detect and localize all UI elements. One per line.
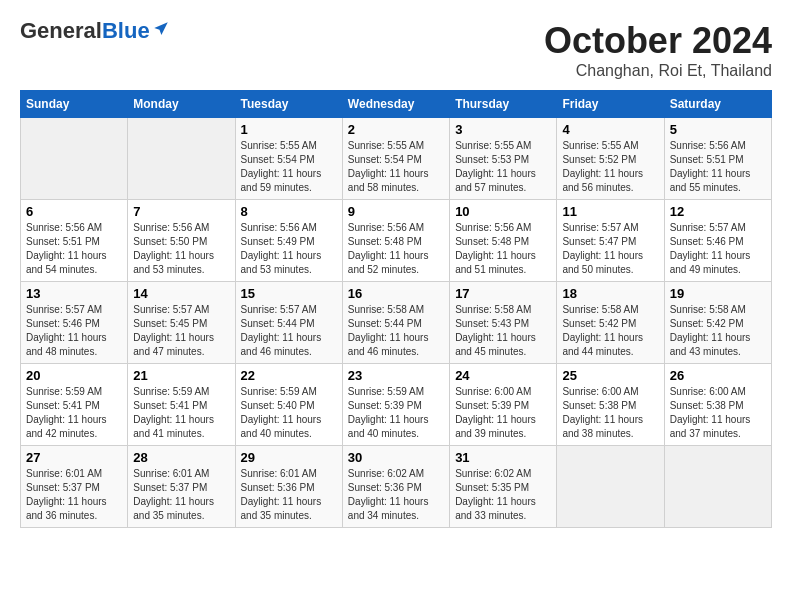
calendar-week-row: 1Sunrise: 5:55 AMSunset: 5:54 PMDaylight…: [21, 118, 772, 200]
cell-info: Sunrise: 5:57 AMSunset: 5:45 PMDaylight:…: [133, 303, 229, 359]
cell-info: Sunrise: 6:01 AMSunset: 5:36 PMDaylight:…: [241, 467, 337, 523]
calendar-week-row: 27Sunrise: 6:01 AMSunset: 5:37 PMDayligh…: [21, 446, 772, 528]
calendar-cell: 18Sunrise: 5:58 AMSunset: 5:42 PMDayligh…: [557, 282, 664, 364]
calendar-cell: 21Sunrise: 5:59 AMSunset: 5:41 PMDayligh…: [128, 364, 235, 446]
calendar-cell: 19Sunrise: 5:58 AMSunset: 5:42 PMDayligh…: [664, 282, 771, 364]
cell-info: Sunrise: 5:56 AMSunset: 5:49 PMDaylight:…: [241, 221, 337, 277]
calendar-cell: 16Sunrise: 5:58 AMSunset: 5:44 PMDayligh…: [342, 282, 449, 364]
cell-info: Sunrise: 5:56 AMSunset: 5:51 PMDaylight:…: [26, 221, 122, 277]
cell-info: Sunrise: 5:57 AMSunset: 5:44 PMDaylight:…: [241, 303, 337, 359]
calendar-cell: [21, 118, 128, 200]
calendar-cell: 12Sunrise: 5:57 AMSunset: 5:46 PMDayligh…: [664, 200, 771, 282]
cell-info: Sunrise: 5:55 AMSunset: 5:54 PMDaylight:…: [348, 139, 444, 195]
cell-info: Sunrise: 5:59 AMSunset: 5:39 PMDaylight:…: [348, 385, 444, 441]
calendar-cell: 10Sunrise: 5:56 AMSunset: 5:48 PMDayligh…: [450, 200, 557, 282]
day-number: 25: [562, 368, 658, 383]
calendar-cell: 17Sunrise: 5:58 AMSunset: 5:43 PMDayligh…: [450, 282, 557, 364]
cell-info: Sunrise: 6:02 AMSunset: 5:35 PMDaylight:…: [455, 467, 551, 523]
day-number: 2: [348, 122, 444, 137]
cell-info: Sunrise: 5:58 AMSunset: 5:44 PMDaylight:…: [348, 303, 444, 359]
logo: GeneralBlue: [20, 20, 170, 42]
calendar-cell: 5Sunrise: 5:56 AMSunset: 5:51 PMDaylight…: [664, 118, 771, 200]
cell-info: Sunrise: 5:55 AMSunset: 5:54 PMDaylight:…: [241, 139, 337, 195]
title-block: October 2024 Changhan, Roi Et, Thailand: [544, 20, 772, 80]
day-number: 15: [241, 286, 337, 301]
day-number: 19: [670, 286, 766, 301]
weekday-header: Monday: [128, 91, 235, 118]
day-number: 24: [455, 368, 551, 383]
day-number: 23: [348, 368, 444, 383]
calendar-cell: 30Sunrise: 6:02 AMSunset: 5:36 PMDayligh…: [342, 446, 449, 528]
calendar-cell: 2Sunrise: 5:55 AMSunset: 5:54 PMDaylight…: [342, 118, 449, 200]
cell-info: Sunrise: 6:00 AMSunset: 5:38 PMDaylight:…: [670, 385, 766, 441]
cell-info: Sunrise: 5:58 AMSunset: 5:42 PMDaylight:…: [562, 303, 658, 359]
calendar-cell: 27Sunrise: 6:01 AMSunset: 5:37 PMDayligh…: [21, 446, 128, 528]
day-number: 10: [455, 204, 551, 219]
calendar-cell: 15Sunrise: 5:57 AMSunset: 5:44 PMDayligh…: [235, 282, 342, 364]
logo-bird-icon: [152, 20, 170, 38]
weekday-header: Friday: [557, 91, 664, 118]
calendar-cell: 8Sunrise: 5:56 AMSunset: 5:49 PMDaylight…: [235, 200, 342, 282]
cell-info: Sunrise: 5:56 AMSunset: 5:48 PMDaylight:…: [455, 221, 551, 277]
calendar-cell: 31Sunrise: 6:02 AMSunset: 5:35 PMDayligh…: [450, 446, 557, 528]
calendar-table: SundayMondayTuesdayWednesdayThursdayFrid…: [20, 90, 772, 528]
day-number: 16: [348, 286, 444, 301]
calendar-cell: 26Sunrise: 6:00 AMSunset: 5:38 PMDayligh…: [664, 364, 771, 446]
month-title: October 2024: [544, 20, 772, 62]
cell-info: Sunrise: 6:00 AMSunset: 5:38 PMDaylight:…: [562, 385, 658, 441]
day-number: 11: [562, 204, 658, 219]
calendar-cell: 4Sunrise: 5:55 AMSunset: 5:52 PMDaylight…: [557, 118, 664, 200]
calendar-cell: 28Sunrise: 6:01 AMSunset: 5:37 PMDayligh…: [128, 446, 235, 528]
calendar-week-row: 20Sunrise: 5:59 AMSunset: 5:41 PMDayligh…: [21, 364, 772, 446]
calendar-cell: 23Sunrise: 5:59 AMSunset: 5:39 PMDayligh…: [342, 364, 449, 446]
day-number: 27: [26, 450, 122, 465]
cell-info: Sunrise: 5:56 AMSunset: 5:48 PMDaylight:…: [348, 221, 444, 277]
cell-info: Sunrise: 5:56 AMSunset: 5:50 PMDaylight:…: [133, 221, 229, 277]
day-number: 14: [133, 286, 229, 301]
cell-info: Sunrise: 5:58 AMSunset: 5:43 PMDaylight:…: [455, 303, 551, 359]
cell-info: Sunrise: 5:56 AMSunset: 5:51 PMDaylight:…: [670, 139, 766, 195]
location: Changhan, Roi Et, Thailand: [544, 62, 772, 80]
calendar-cell: [557, 446, 664, 528]
calendar-week-row: 13Sunrise: 5:57 AMSunset: 5:46 PMDayligh…: [21, 282, 772, 364]
cell-info: Sunrise: 5:57 AMSunset: 5:47 PMDaylight:…: [562, 221, 658, 277]
weekday-header: Sunday: [21, 91, 128, 118]
day-number: 28: [133, 450, 229, 465]
cell-info: Sunrise: 5:55 AMSunset: 5:53 PMDaylight:…: [455, 139, 551, 195]
day-number: 29: [241, 450, 337, 465]
calendar-cell: 3Sunrise: 5:55 AMSunset: 5:53 PMDaylight…: [450, 118, 557, 200]
calendar-cell: 20Sunrise: 5:59 AMSunset: 5:41 PMDayligh…: [21, 364, 128, 446]
day-number: 7: [133, 204, 229, 219]
day-number: 31: [455, 450, 551, 465]
calendar-cell: 14Sunrise: 5:57 AMSunset: 5:45 PMDayligh…: [128, 282, 235, 364]
calendar-cell: 13Sunrise: 5:57 AMSunset: 5:46 PMDayligh…: [21, 282, 128, 364]
calendar-cell: 24Sunrise: 6:00 AMSunset: 5:39 PMDayligh…: [450, 364, 557, 446]
calendar-header: SundayMondayTuesdayWednesdayThursdayFrid…: [21, 91, 772, 118]
day-number: 6: [26, 204, 122, 219]
day-number: 13: [26, 286, 122, 301]
day-number: 8: [241, 204, 337, 219]
cell-info: Sunrise: 5:57 AMSunset: 5:46 PMDaylight:…: [670, 221, 766, 277]
weekday-header: Tuesday: [235, 91, 342, 118]
calendar-week-row: 6Sunrise: 5:56 AMSunset: 5:51 PMDaylight…: [21, 200, 772, 282]
page-header: GeneralBlue October 2024 Changhan, Roi E…: [20, 20, 772, 80]
day-number: 3: [455, 122, 551, 137]
day-number: 18: [562, 286, 658, 301]
day-number: 22: [241, 368, 337, 383]
day-number: 5: [670, 122, 766, 137]
logo-text: GeneralBlue: [20, 20, 150, 42]
day-number: 21: [133, 368, 229, 383]
cell-info: Sunrise: 5:59 AMSunset: 5:40 PMDaylight:…: [241, 385, 337, 441]
weekday-header: Wednesday: [342, 91, 449, 118]
day-number: 9: [348, 204, 444, 219]
day-number: 20: [26, 368, 122, 383]
calendar-cell: 11Sunrise: 5:57 AMSunset: 5:47 PMDayligh…: [557, 200, 664, 282]
day-number: 30: [348, 450, 444, 465]
calendar-cell: [664, 446, 771, 528]
day-number: 17: [455, 286, 551, 301]
header-row: SundayMondayTuesdayWednesdayThursdayFrid…: [21, 91, 772, 118]
cell-info: Sunrise: 6:01 AMSunset: 5:37 PMDaylight:…: [26, 467, 122, 523]
calendar-cell: 6Sunrise: 5:56 AMSunset: 5:51 PMDaylight…: [21, 200, 128, 282]
cell-info: Sunrise: 5:58 AMSunset: 5:42 PMDaylight:…: [670, 303, 766, 359]
calendar-body: 1Sunrise: 5:55 AMSunset: 5:54 PMDaylight…: [21, 118, 772, 528]
